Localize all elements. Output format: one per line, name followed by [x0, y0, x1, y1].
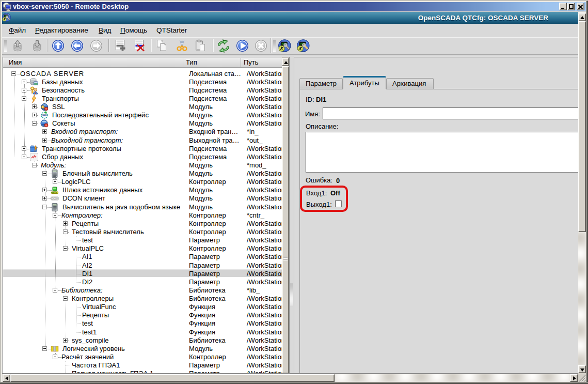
svg-text:DCON: DCON	[52, 197, 58, 200]
